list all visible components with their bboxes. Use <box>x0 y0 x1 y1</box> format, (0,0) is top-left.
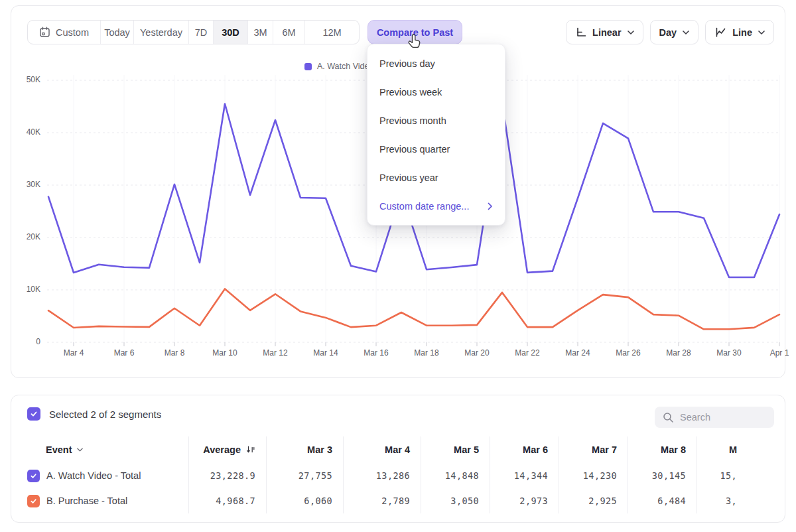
value-cell: 15, <box>696 463 748 488</box>
date-column-header[interactable]: Mar 5 <box>421 436 490 463</box>
cell-value: 2,925 <box>588 496 617 506</box>
select-all-checkbox[interactable] <box>27 407 40 421</box>
value-cell: 3,050 <box>421 488 490 513</box>
cell-value: 6,484 <box>657 496 686 506</box>
date-column-header[interactable]: Mar 8 <box>628 436 696 463</box>
analytics-report-page: CustomTodayYesterday7D30D3M6M12M Compare… <box>0 0 796 532</box>
menu-item-label: Custom date range... <box>379 201 469 212</box>
value-cell: 14,344 <box>490 463 559 488</box>
x-axis-label: Mar 24 <box>557 348 599 358</box>
event-column-header[interactable]: Event <box>11 436 188 463</box>
x-axis-label: Mar 12 <box>254 348 297 358</box>
event-cell: A. Watch Video - Total <box>11 463 188 488</box>
average-column-header[interactable]: Average <box>188 436 266 463</box>
x-axis-label: Mar 10 <box>204 348 246 358</box>
cell-value: 2,789 <box>381 496 410 506</box>
chevron-down-icon <box>77 448 83 452</box>
cell-value: 2,973 <box>519 496 548 506</box>
menu-item-previous-quarter[interactable]: Previous quarter <box>367 135 505 163</box>
table-row-a-watch-video-total[interactable]: A. Watch Video - Total23,228.927,75513,2… <box>11 463 785 488</box>
date-header-label: Mar 5 <box>454 444 479 455</box>
menu-item-previous-year[interactable]: Previous year <box>367 163 505 192</box>
date-header-label: M <box>729 444 737 455</box>
segment-name: B. Purchase - Total <box>46 496 127 506</box>
date-header-label: Mar 8 <box>661 444 686 455</box>
x-axis-label: Mar 30 <box>708 348 750 358</box>
cursor-pointer-icon <box>406 33 423 52</box>
segments-summary-row: Selected 2 of 2 segments <box>27 407 161 421</box>
average-cell: 23,228.9 <box>188 463 266 488</box>
search-placeholder: Search <box>680 412 710 423</box>
value-cell: 14,230 <box>559 463 628 488</box>
cell-value: 14,848 <box>445 470 479 481</box>
menu-item-previous-day[interactable]: Previous day <box>367 49 505 78</box>
cell-value: 13,286 <box>376 470 410 481</box>
value-cell: 13,286 <box>343 463 421 488</box>
x-axis-label: Mar 18 <box>405 348 448 358</box>
segment-checkbox[interactable] <box>27 470 40 482</box>
search-icon <box>663 412 674 423</box>
cell-value: 27,755 <box>298 470 332 481</box>
y-axis-label: 30K <box>14 180 40 189</box>
menu-item-previous-week[interactable]: Previous week <box>367 78 505 106</box>
chevron-right-icon <box>488 202 493 210</box>
date-header-label: Mar 7 <box>592 444 617 455</box>
value-cell: 30,145 <box>628 463 696 488</box>
cell-value: 15, <box>720 470 737 481</box>
menu-item-previous-month[interactable]: Previous month <box>367 106 505 135</box>
x-axis-label: Mar 14 <box>304 348 347 358</box>
x-axis-label: Mar 6 <box>103 348 145 358</box>
cell-value: 14,344 <box>514 470 548 481</box>
value-cell: 6,060 <box>266 488 343 513</box>
date-column-header[interactable]: Mar 6 <box>490 436 559 463</box>
y-axis-label: 20K <box>14 232 40 241</box>
average-value: 23,228.9 <box>210 470 255 481</box>
compare-to-past-menu: Previous dayPrevious weekPrevious monthP… <box>367 44 505 226</box>
cell-value: 14,230 <box>583 470 617 481</box>
x-axis-label: Mar 8 <box>153 348 196 358</box>
cell-value: 6,060 <box>304 496 332 506</box>
cell-value: 3,050 <box>450 496 479 506</box>
value-cell: 2,925 <box>559 488 628 513</box>
x-axis-label: Mar 26 <box>607 348 649 358</box>
date-column-header[interactable]: Mar 4 <box>343 436 421 463</box>
date-header-label: Mar 3 <box>307 444 332 455</box>
value-cell: 6,484 <box>628 488 696 513</box>
segments-summary-label: Selected 2 of 2 segments <box>49 409 161 420</box>
check-icon <box>30 498 37 505</box>
date-column-header[interactable]: Mar 7 <box>559 436 628 463</box>
check-icon <box>30 410 38 418</box>
y-axis-label: 40K <box>14 127 40 137</box>
average-cell: 4,968.7 <box>188 488 266 513</box>
x-axis-label: Mar 22 <box>506 348 549 358</box>
date-header-label: Mar 6 <box>523 444 548 455</box>
search-input[interactable]: Search <box>655 407 774 428</box>
x-axis-label: Mar 4 <box>52 348 95 358</box>
event-cell: B. Purchase - Total <box>11 488 188 513</box>
value-cell: 3, <box>696 488 748 513</box>
date-column-header[interactable]: Mar 3 <box>266 436 343 463</box>
value-cell: 27,755 <box>266 463 343 488</box>
table-header-row: EventAverageMar 3Mar 4Mar 5Mar 6Mar 7Mar… <box>11 436 785 463</box>
segments-card: Selected 2 of 2 segments Search EventAve… <box>11 395 785 523</box>
y-axis-label: 10K <box>14 285 40 294</box>
x-axis-label: Mar 28 <box>657 348 700 358</box>
date-column-header[interactable]: M <box>696 436 748 463</box>
series-line-b-purchase-total <box>48 289 779 329</box>
table-row-b-purchase-total[interactable]: B. Purchase - Total4,968.76,0602,7893,05… <box>11 488 785 513</box>
event-header-label: Event <box>46 444 72 455</box>
value-cell: 2,789 <box>343 488 421 513</box>
segment-checkbox[interactable] <box>27 495 40 507</box>
value-cell: 2,973 <box>490 488 559 513</box>
segments-table: EventAverageMar 3Mar 4Mar 5Mar 6Mar 7Mar… <box>11 436 785 513</box>
y-axis-label: 0 <box>14 337 40 346</box>
cell-value: 3, <box>726 496 737 506</box>
x-axis-label: Mar 20 <box>456 348 498 358</box>
x-axis-label: Apr 1 <box>758 348 796 358</box>
menu-item-custom-date-range[interactable]: Custom date range... <box>367 192 505 220</box>
date-header-label: Mar 4 <box>385 444 410 455</box>
cell-value: 30,145 <box>652 470 686 481</box>
average-header-label: Average <box>203 444 241 455</box>
segment-name: A. Watch Video - Total <box>46 470 141 481</box>
sort-descending-icon <box>246 445 255 454</box>
